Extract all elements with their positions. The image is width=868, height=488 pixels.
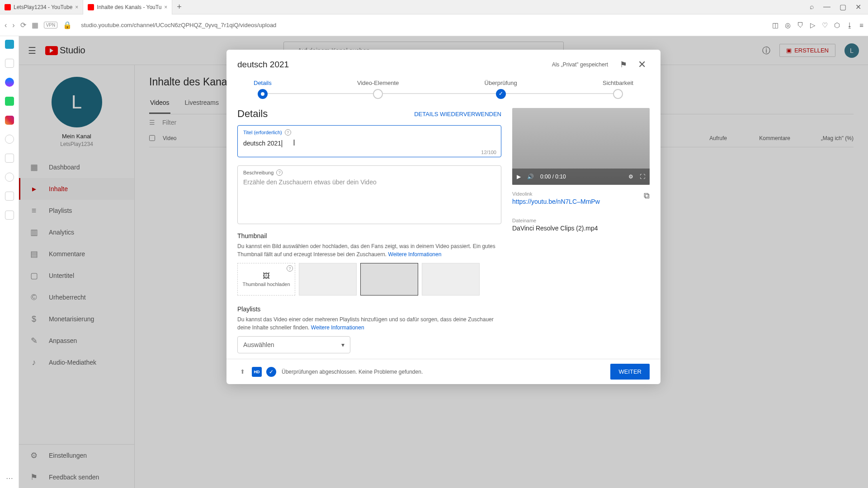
fullscreen-icon[interactable]: ⛶ — [640, 174, 645, 180]
details-heading: Details — [237, 108, 268, 120]
tab-title: LetsPlay1234 - YouTube — [14, 4, 72, 10]
history-icon[interactable] — [5, 135, 14, 144]
text-cursor — [282, 140, 282, 147]
reload-icon[interactable]: ⟳ — [20, 21, 26, 29]
upload-status-icon: ⬆ — [237, 367, 247, 377]
help-icon[interactable]: ? — [287, 265, 293, 272]
stepper: Details Video-Elemente Überprüfung Sicht… — [226, 80, 660, 99]
playlist-select[interactable]: Auswählen ▾ — [237, 336, 350, 353]
easy-setup-icon[interactable]: ≡ — [859, 21, 863, 29]
studio-app: ☰ Studio ⌕ Auf deinem Kanal suchen ⓘ ▣ E… — [19, 36, 868, 488]
player-icon[interactable] — [5, 154, 14, 163]
thumbnail-option[interactable] — [422, 263, 480, 296]
check-status-message: Überprüfungen abgeschlossen. Keine Probl… — [282, 369, 605, 375]
cube-icon[interactable]: ⬡ — [834, 21, 840, 29]
speed-dial-icon[interactable]: ▦ — [32, 21, 38, 29]
whatsapp-icon[interactable] — [5, 97, 14, 106]
tab-title: Inhalte des Kanals - YouTu — [97, 4, 161, 10]
bookmark-icon[interactable]: ◫ — [772, 21, 778, 29]
help-icon[interactable]: ? — [276, 169, 283, 176]
forward-icon[interactable]: › — [12, 21, 14, 29]
reuse-details-link[interactable]: DETAILS WIEDERVERWENDEN — [414, 111, 501, 117]
thumbnail-option[interactable] — [360, 263, 418, 296]
close-icon[interactable]: × — [164, 4, 167, 10]
playlists-heading: Playlists — [237, 305, 501, 313]
check-icon: ✓ — [266, 367, 276, 377]
videolink-label: Videolink — [512, 191, 600, 197]
browser-toolbar: ‹ › ⟳ ▦ VPN 🔒 studio.youtube.com/channel… — [0, 14, 868, 36]
browser-tab-strip: LetsPlay1234 - YouTube × Inhalte des Kan… — [0, 0, 868, 14]
thumbnail-description: Du kannst ein Bild auswählen oder hochla… — [237, 242, 501, 258]
send-icon[interactable]: ▷ — [810, 21, 816, 29]
vpn-badge[interactable]: VPN — [44, 22, 58, 28]
play-icon[interactable]: ▶ — [517, 174, 521, 180]
feedback-icon[interactable]: ⚑ — [618, 58, 629, 71]
select-placeholder: Auswählen — [243, 341, 274, 348]
description-placeholder: Erzähle den Zuschauern etwas über dein V… — [243, 176, 495, 186]
camera-icon[interactable]: ◎ — [785, 21, 791, 29]
thumbnail-option[interactable] — [299, 263, 357, 296]
new-tab-button[interactable]: + — [172, 2, 186, 12]
close-icon[interactable]: × — [75, 4, 78, 10]
shield-icon[interactable]: ⛉ — [797, 21, 804, 29]
browser-tab[interactable]: Inhalte des Kanals - YouTu × — [83, 0, 172, 14]
clock-icon[interactable] — [5, 173, 14, 182]
step-details[interactable]: Details — [254, 80, 272, 99]
window-controls: ⌕ — ▢ ✕ — [810, 3, 868, 11]
minimize-icon[interactable]: — — [823, 3, 830, 11]
flow-icon[interactable] — [5, 192, 14, 201]
video-preview[interactable]: ▶ 🔊 0:00 / 0:10 ⚙ ⛶ — [512, 108, 650, 185]
step-checks[interactable]: Überprüfung — [485, 80, 517, 99]
help-icon[interactable]: ? — [285, 129, 291, 136]
step-dot-icon — [613, 89, 623, 99]
thumbnail-heading: Thumbnail — [237, 232, 501, 239]
video-time: 0:00 / 0:10 — [540, 174, 566, 180]
upload-thumbnail-button[interactable]: ? 🖼 Thumbnail hochladen — [237, 263, 295, 296]
volume-icon[interactable]: 🔊 — [527, 174, 534, 180]
char-counter: 12/100 — [481, 150, 496, 155]
step-elements[interactable]: Video-Elemente — [357, 80, 399, 99]
more-icon[interactable]: ⋯ — [6, 474, 13, 483]
heart-icon[interactable]: ♡ — [822, 21, 828, 29]
copy-icon[interactable]: ⧉ — [644, 191, 650, 201]
description-field[interactable]: Beschreibung ? Erzähle den Zuschauern et… — [237, 165, 501, 224]
gear-icon[interactable]: ⚙ — [628, 174, 633, 180]
playlists-description: Du kannst das Video einer oder mehreren … — [237, 315, 501, 332]
workspace-icon[interactable] — [5, 40, 14, 49]
step-dot-icon — [258, 89, 268, 99]
close-window-icon[interactable]: ✕ — [855, 3, 861, 11]
pinboard-icon[interactable] — [5, 211, 14, 220]
modal-overlay: deutsch 2021 Als „Privat" gespeichert ⚑ … — [19, 36, 868, 488]
hd-badge: HD — [252, 367, 262, 377]
search-browser-icon[interactable]: ⌕ — [810, 3, 814, 11]
lock-icon[interactable]: 🔒 — [63, 21, 72, 29]
chevron-down-icon: ▾ — [341, 341, 344, 348]
youtube-favicon — [88, 4, 94, 10]
upload-thumb-label: Thumbnail hochladen — [242, 282, 290, 287]
title-input[interactable]: deutsch 2021 — [243, 140, 281, 147]
more-info-link[interactable]: Weitere Informationen — [311, 324, 364, 331]
bookmark-sidebar-icon[interactable] — [5, 59, 14, 68]
video-link[interactable]: https://youtu.be/nN7LC–MmPw — [512, 198, 600, 205]
more-info-link[interactable]: Weitere Informationen — [388, 251, 442, 258]
step-dot-icon — [496, 89, 506, 99]
modal-title: deutsch 2021 — [237, 60, 542, 70]
filename-value: DaVinci Resolve Clips (2).mp4 — [512, 225, 650, 232]
description-label: Beschreibung — [243, 170, 274, 175]
text-caret-icon: I — [293, 138, 295, 147]
next-button[interactable]: WEITER — [610, 364, 650, 380]
messenger-icon[interactable] — [5, 78, 14, 87]
address-bar[interactable]: studio.youtube.com/channel/UCocN6zQPHQZ_… — [77, 22, 767, 28]
back-icon[interactable]: ‹ — [5, 21, 7, 29]
title-label: Titel (erforderlich) — [243, 130, 282, 135]
step-dot-icon — [373, 89, 383, 99]
step-visibility[interactable]: Sichtbarkeit — [603, 80, 633, 99]
opera-sidebar: ⋯ — [0, 36, 19, 488]
upload-modal: deutsch 2021 Als „Privat" gespeichert ⚑ … — [226, 50, 660, 384]
instagram-icon[interactable] — [5, 116, 14, 125]
browser-tab[interactable]: LetsPlay1234 - YouTube × — [0, 0, 83, 14]
close-icon[interactable]: ✕ — [634, 57, 650, 72]
title-field[interactable]: Titel (erforderlich) ? deutsch 2021 I 12… — [237, 125, 501, 157]
maximize-icon[interactable]: ▢ — [840, 3, 846, 11]
download-icon[interactable]: ⭳ — [846, 21, 853, 29]
